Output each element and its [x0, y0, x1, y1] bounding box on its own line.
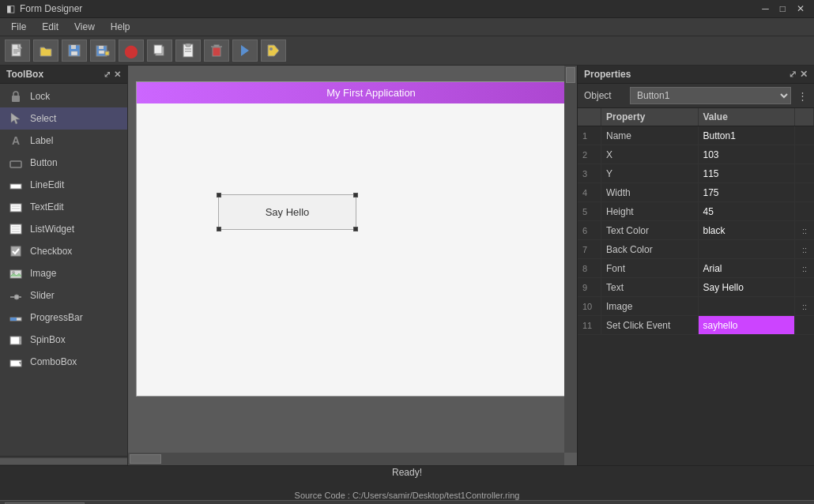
row3-value[interactable]: 115 [699, 164, 796, 182]
tool-button-label: Button [30, 157, 58, 168]
row6-action[interactable]: :: [795, 221, 814, 239]
toolbar-run-btn[interactable] [232, 39, 258, 62]
tool-label[interactable]: A Label [0, 130, 127, 152]
select-icon [8, 111, 24, 126]
row3-prop: Y [601, 164, 699, 182]
properties-close-icon[interactable]: ✕ [800, 69, 808, 80]
form-window[interactable]: My First Application Say Hello [136, 81, 577, 397]
form-body[interactable]: Say Hello [137, 103, 577, 396]
lock-icon [8, 88, 24, 104]
row5-value[interactable]: 45 [699, 202, 796, 220]
menu-help[interactable]: Help [104, 20, 137, 34]
label-icon: A [8, 133, 24, 149]
spinbox-icon [8, 332, 24, 348]
svg-rect-33 [11, 246, 21, 256]
row2-value[interactable]: 103 [699, 145, 796, 164]
canvas-area[interactable]: My First Application Say Hello [128, 66, 577, 465]
window-maximize[interactable]: □ [777, 3, 789, 14]
object-select[interactable]: Button1 [630, 87, 791, 104]
toolbar-new-btn[interactable] [5, 39, 30, 62]
toolbox-header-controls: ⤢ ✕ [104, 70, 121, 80]
properties-float-icon[interactable]: ⤢ [789, 69, 797, 80]
tool-select-label: Select [30, 113, 56, 124]
row10-action[interactable]: :: [795, 297, 814, 315]
handle-br[interactable] [353, 227, 358, 231]
toolbar-copy-btn[interactable] [147, 39, 172, 62]
svg-rect-12 [154, 45, 162, 54]
svg-rect-41 [20, 337, 21, 340]
svg-marker-20 [268, 45, 279, 56]
tool-textedit[interactable]: TextEdit [0, 196, 127, 218]
row7-value[interactable] [699, 240, 796, 258]
toolbox-close-icon[interactable]: ✕ [114, 70, 121, 80]
row7-num: 7 [578, 240, 601, 258]
button-text: Say Hello [266, 206, 310, 218]
tool-image[interactable]: Image [0, 262, 127, 284]
tool-slider[interactable]: Slider [0, 284, 127, 307]
button-widget-sayhello[interactable]: Say Hello [218, 194, 356, 230]
row10-value[interactable] [699, 297, 796, 315]
tool-button[interactable]: Button [0, 152, 127, 174]
tool-select[interactable]: Select [0, 107, 127, 130]
properties-header: Properties ⤢ ✕ [578, 66, 814, 84]
tool-listwidget[interactable]: ListWidget [0, 218, 127, 240]
canvas-vscroll[interactable] [564, 66, 577, 453]
svg-marker-23 [11, 113, 20, 124]
row4-action [795, 183, 814, 201]
toolbar-tag-btn[interactable] [261, 39, 286, 62]
tool-checkbox[interactable]: Checkbox [0, 240, 127, 262]
row1-value[interactable]: Button1 [699, 126, 796, 145]
object-label: Object [584, 90, 624, 101]
window-minimize[interactable]: ─ [759, 3, 772, 14]
row11-num: 11 [578, 316, 601, 334]
tool-spinbox[interactable]: SpinBox [0, 329, 127, 351]
row4-prop: Width [601, 183, 699, 201]
window-close[interactable]: ✕ [793, 3, 808, 14]
row4-value[interactable]: 175 [699, 183, 796, 201]
handle-tl[interactable] [217, 193, 221, 197]
toolbar-delete-btn[interactable] [204, 39, 229, 62]
row10-prop: Image [601, 297, 699, 315]
row10-num: 10 [578, 297, 601, 315]
menu-view[interactable]: View [68, 20, 101, 34]
row8-value[interactable]: Arial [699, 259, 796, 277]
handle-tr[interactable] [353, 193, 358, 197]
toolbox-scrollbar[interactable] [0, 456, 127, 465]
combobox-icon [8, 354, 24, 370]
prop-row-clickevent: 11 Set Click Event sayhello [578, 316, 814, 335]
toolbar-stop-btn[interactable]: ⬤ [119, 39, 144, 62]
row11-value[interactable]: sayhello [699, 316, 796, 334]
toolbar-save-btn[interactable] [62, 39, 87, 62]
prop-row-width: 4 Width 175 [578, 183, 814, 202]
row6-value[interactable]: black [699, 221, 796, 239]
prop-table-header: Property Value [578, 108, 814, 126]
properties-panel: Properties ⤢ ✕ Object Button1 ⋮ Property… [577, 66, 814, 465]
toolbox-header: ToolBox ⤢ ✕ [0, 66, 127, 84]
app-title: Form Designer [20, 3, 82, 14]
handle-bl[interactable] [217, 227, 221, 231]
row5-action [795, 202, 814, 220]
tool-progressbar[interactable]: ProgressBar [0, 307, 127, 329]
toolbar-open-btn[interactable] [33, 39, 58, 62]
row7-action[interactable]: :: [795, 240, 814, 258]
menu-file[interactable]: File [5, 20, 32, 34]
svg-rect-25 [10, 184, 21, 189]
row2-action [795, 145, 814, 164]
toolbar-paste-btn[interactable] [175, 39, 201, 62]
row8-action[interactable]: :: [795, 259, 814, 277]
tool-lock[interactable]: Lock [0, 85, 127, 107]
row9-value[interactable]: Say Hello [699, 278, 796, 296]
toolbar-saveas-btn[interactable] [90, 39, 115, 62]
canvas-hscroll[interactable] [128, 453, 564, 465]
menu-edit[interactable]: Edit [36, 20, 65, 34]
svg-rect-22 [12, 96, 20, 102]
properties-menu-icon[interactable]: ⋮ [797, 90, 808, 102]
prop-row-textcolor: 6 Text Color black :: [578, 221, 814, 240]
row11-prop: Set Click Event [601, 316, 699, 334]
tool-combobox[interactable]: ComboBox [0, 351, 127, 373]
col-property: Property [601, 108, 699, 126]
toolbox-float-icon[interactable]: ⤢ [104, 70, 111, 80]
row3-action [795, 164, 814, 182]
tool-lineedit[interactable]: LineEdit [0, 174, 127, 196]
svg-point-37 [14, 295, 19, 299]
